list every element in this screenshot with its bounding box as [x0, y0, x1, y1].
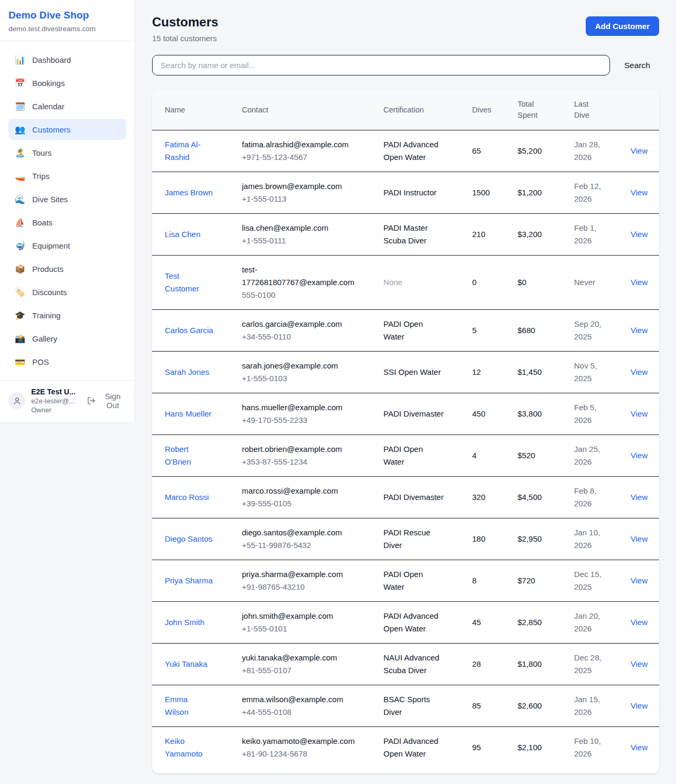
customer-name-link[interactable]: Robert O'Brien	[165, 443, 213, 468]
customer-email: carlos.garcia@example.com	[242, 318, 356, 330]
table-body: Fatima Al-Rashid fatima.alrashid@example…	[152, 130, 659, 768]
sign-out-label: Sign Out	[99, 392, 126, 410]
customer-name-link[interactable]: Yuki Tanaka	[165, 658, 213, 670]
sidebar-item-products[interactable]: 📦 Products	[8, 258, 126, 279]
sidebar-item-bookings[interactable]: 📅 Bookings	[8, 72, 126, 93]
contact-cell: lisa.chen@example.com +1-555-0111	[242, 222, 383, 247]
table-row: Carlos Garcia carlos.garcia@example.com …	[152, 310, 659, 352]
tours-icon: 🏝️	[15, 148, 25, 158]
total-spent-cell: $5,200	[518, 145, 574, 157]
total-spent-cell: $2,100	[518, 741, 574, 754]
sidebar-item-customers[interactable]: 👥 Customers	[8, 119, 126, 140]
last-dive-cell: Jan 15, 2026	[574, 693, 613, 719]
contact-cell: marco.rossi@example.com +39-555-0105	[242, 485, 383, 510]
sidebar-item-tours[interactable]: 🏝️ Tours	[8, 142, 126, 163]
last-dive-cell: Dec 15, 2025	[574, 568, 613, 593]
contact-cell: james.brown@example.com +1-555-0113	[242, 180, 383, 205]
column-header-last-dive: Last Dive	[574, 99, 631, 121]
view-link[interactable]: View	[631, 741, 647, 754]
customer-name-link[interactable]: Sarah Jones	[165, 366, 213, 379]
dives-cell: 320	[472, 491, 518, 504]
add-customer-button[interactable]: Add Customer	[586, 16, 659, 36]
total-spent-cell: $4,500	[518, 491, 574, 504]
view-link[interactable]: View	[631, 449, 647, 462]
sidebar-item-equipment[interactable]: 🤿 Equipment	[8, 235, 126, 256]
customer-name-link[interactable]: Diego Santos	[165, 533, 213, 545]
view-link[interactable]: View	[631, 533, 647, 545]
bookings-icon: 📅	[15, 78, 25, 88]
view-link[interactable]: View	[631, 145, 647, 157]
sidebar-item-training[interactable]: 🎓 Training	[8, 305, 126, 326]
sidebar-item-dive-sites[interactable]: 🌊 Dive Sites	[8, 188, 126, 210]
customer-name-link[interactable]: Emma Wilson	[165, 693, 213, 719]
last-dive-cell: Jan 20, 2026	[574, 610, 613, 635]
view-link[interactable]: View	[631, 658, 647, 670]
last-dive-cell: Never	[574, 276, 613, 289]
table-row: Diego Santos diego.santos@example.com +5…	[152, 518, 659, 560]
view-link[interactable]: View	[631, 700, 647, 712]
sidebar-item-trips[interactable]: 🚤 Trips	[8, 165, 126, 186]
view-link[interactable]: View	[631, 324, 647, 337]
pos-icon: 💳	[15, 357, 25, 367]
sidebar: Demo Dive Shop demo.test.divestreams.com…	[0, 0, 135, 422]
view-link[interactable]: View	[631, 186, 647, 199]
sign-out-button[interactable]: Sign Out	[87, 392, 126, 410]
page-title: Customers	[152, 15, 218, 30]
customer-email: robert.obrien@example.com	[242, 443, 356, 456]
sidebar-item-dashboard[interactable]: 📊 Dashboard	[8, 49, 126, 70]
table-row: Yuki Tanaka yuki.tanaka@example.com +81-…	[152, 644, 659, 685]
dives-cell: 180	[472, 533, 518, 545]
last-dive-cell: Feb 10, 2026	[574, 735, 613, 760]
sidebar-item-boats[interactable]: ⛵ Boats	[8, 212, 126, 233]
dives-cell: 85	[472, 700, 518, 712]
customer-email: yuki.tanaka@example.com	[242, 651, 356, 664]
sidebar-item-gallery[interactable]: 📸 Gallery	[8, 328, 126, 349]
contact-cell: diego.santos@example.com +55-11-99876-54…	[242, 526, 383, 552]
shop-domain: demo.test.divestreams.com	[8, 25, 126, 33]
customer-name-link[interactable]: Fatima Al-Rashid	[165, 138, 213, 164]
search-input[interactable]	[152, 55, 610, 75]
view-link[interactable]: View	[631, 491, 647, 504]
view-link[interactable]: View	[631, 366, 647, 379]
total-spent-cell: $2,950	[518, 533, 574, 545]
customer-name-link[interactable]: Keiko Yamamoto	[165, 735, 213, 760]
column-header-contact: Contact	[242, 105, 383, 116]
customer-name-link[interactable]: Priya Sharma	[165, 574, 213, 587]
sidebar-item-discounts[interactable]: 🏷️ Discounts	[8, 281, 126, 303]
customer-name-link[interactable]: Marco Rossi	[165, 491, 213, 504]
customer-phone: +1-555-0103	[242, 372, 383, 385]
certification-cell: PADI Instructor	[383, 186, 445, 199]
sidebar-item-label: Calendar	[32, 102, 64, 111]
customer-name-link[interactable]: James Brown	[165, 186, 213, 199]
customer-name-link[interactable]: Carlos Garcia	[165, 324, 213, 337]
view-link[interactable]: View	[631, 276, 647, 289]
certification-cell: BSAC Sports Diver	[383, 693, 445, 719]
view-link[interactable]: View	[631, 408, 647, 420]
contact-cell: priya.sharma@example.com +91-98765-43210	[242, 568, 383, 593]
table-row: Marco Rossi marco.rossi@example.com +39-…	[152, 477, 659, 518]
contact-cell: john.smith@example.com +1-555-0101	[242, 610, 383, 635]
table-row: Keiko Yamamoto keiko.yamamoto@example.co…	[152, 727, 659, 768]
dive-sites-icon: 🌊	[15, 194, 25, 204]
customer-name-link[interactable]: John Smith	[165, 616, 213, 629]
customer-email: keiko.yamamoto@example.com	[242, 735, 356, 748]
view-link[interactable]: View	[631, 228, 647, 241]
certification-cell: PADI Open Water	[383, 443, 445, 468]
customer-phone: +34-555-0110	[242, 330, 383, 343]
customer-name-link[interactable]: Hans Mueller	[165, 408, 213, 420]
view-link[interactable]: View	[631, 574, 647, 587]
customer-email: priya.sharma@example.com	[242, 568, 356, 581]
table-row: Emma Wilson emma.wilson@example.com +44-…	[152, 685, 659, 727]
table-row: Sarah Jones sarah.jones@example.com +1-5…	[152, 352, 659, 393]
sign-out-icon	[87, 396, 96, 405]
search-button[interactable]: Search	[624, 61, 650, 70]
dashboard-icon: 📊	[15, 55, 25, 65]
customer-phone: 555-0100	[242, 289, 383, 301]
customer-name-link[interactable]: Lisa Chen	[165, 228, 213, 241]
view-link[interactable]: View	[631, 616, 647, 629]
contact-cell: carlos.garcia@example.com +34-555-0110	[242, 318, 383, 343]
sidebar-item-calendar[interactable]: 🗓️ Calendar	[8, 96, 126, 117]
user-email: e2e-tester@...	[31, 397, 81, 405]
customer-name-link[interactable]: Test Customer	[165, 270, 213, 295]
sidebar-item-pos[interactable]: 💳 POS	[8, 351, 126, 372]
